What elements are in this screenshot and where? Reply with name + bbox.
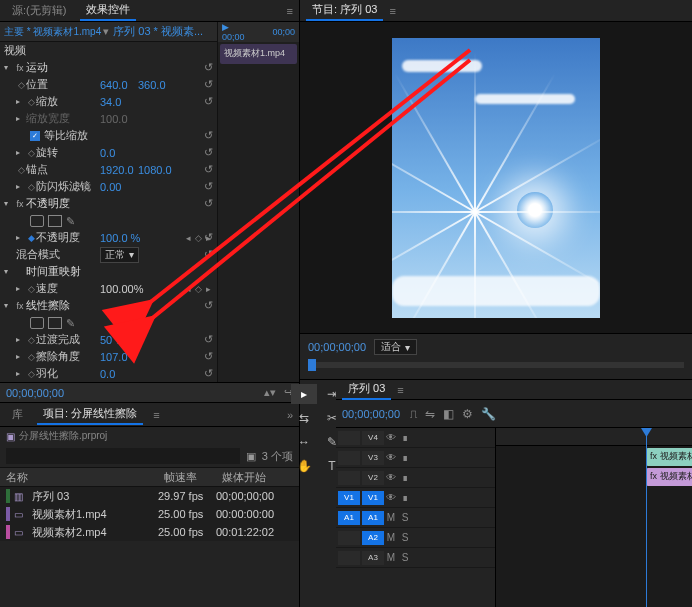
link-icon[interactable]: ⇋ bbox=[425, 407, 435, 421]
track-label[interactable]: V1 bbox=[362, 491, 384, 505]
track-src-patch[interactable]: V1 bbox=[338, 491, 360, 505]
track-header-v2[interactable]: V2 👁 ∎ bbox=[336, 468, 495, 488]
rotation-value[interactable]: 0.0 bbox=[100, 147, 115, 159]
rect-mask-icon[interactable] bbox=[48, 215, 62, 227]
mute-icon[interactable]: M bbox=[384, 552, 398, 563]
opacity-value[interactable]: 100.0 % bbox=[100, 232, 140, 244]
keyframe-stopwatch-icon[interactable]: ◇ bbox=[26, 97, 36, 107]
track-header-a1[interactable]: A1 A1 M S bbox=[336, 508, 495, 528]
lock-icon[interactable]: ∎ bbox=[398, 492, 412, 503]
reset-icon[interactable]: ↺ bbox=[204, 231, 213, 244]
blend-mode-dropdown[interactable]: 正常▾ bbox=[100, 247, 139, 263]
reset-icon[interactable]: ↺ bbox=[204, 95, 213, 108]
track-header-a2[interactable]: A2 M S bbox=[336, 528, 495, 548]
library-tab[interactable]: 库 bbox=[6, 405, 29, 424]
track-label[interactable]: V3 bbox=[362, 451, 384, 465]
reset-icon[interactable]: ↺ bbox=[204, 61, 213, 74]
mute-icon[interactable]: M bbox=[384, 532, 398, 543]
wrench-icon[interactable]: 🔧 bbox=[481, 407, 496, 421]
solo-icon[interactable]: S bbox=[398, 512, 412, 523]
fx-badge-icon[interactable]: fx bbox=[14, 199, 26, 209]
reset-icon[interactable]: ↺ bbox=[204, 367, 213, 380]
twirl-open-icon[interactable]: ▾ bbox=[4, 199, 12, 208]
tab-menu-icon[interactable]: ≡ bbox=[389, 5, 395, 17]
anchor-x-value[interactable]: 1920.0 bbox=[100, 164, 134, 176]
snap-icon[interactable]: ⎍ bbox=[410, 407, 417, 421]
solo-icon[interactable]: S bbox=[398, 532, 412, 543]
tab-menu-icon[interactable]: ≡ bbox=[287, 5, 293, 17]
fx-badge-icon[interactable]: fx bbox=[14, 63, 26, 73]
fx-badge-icon[interactable]: fx bbox=[14, 301, 26, 311]
col-name[interactable]: 名称 bbox=[0, 470, 158, 485]
current-timecode[interactable]: 00;00;00;00 bbox=[6, 387, 64, 399]
list-item[interactable]: ▭ 视频素材1.mp4 25.00 fps 00:00:00:00 bbox=[0, 505, 299, 523]
marker-icon[interactable]: ◧ bbox=[443, 407, 454, 421]
keyframe-stopwatch-icon[interactable]: ◇ bbox=[16, 165, 26, 175]
anchor-y-value[interactable]: 1080.0 bbox=[138, 164, 172, 176]
twirl-open-icon[interactable]: ▾ bbox=[4, 267, 12, 276]
rect-mask-icon[interactable] bbox=[48, 317, 62, 329]
chevron-down-icon[interactable]: ▾ bbox=[103, 25, 109, 38]
wipe-angle-value[interactable]: 107.0° bbox=[100, 351, 132, 363]
timeline-track-area[interactable]: fx 视频素材1.mp4[V] fx 视频素材2.mp4 bbox=[496, 428, 692, 607]
reset-icon[interactable]: ↺ bbox=[204, 350, 213, 363]
keyframe-stopwatch-icon[interactable]: ◇ bbox=[26, 369, 36, 379]
keyframe-stopwatch-icon[interactable]: ◇ bbox=[26, 335, 36, 345]
keyframe-stopwatch-on-icon[interactable]: ◆ bbox=[26, 233, 36, 243]
col-start[interactable]: 媒体开始 bbox=[216, 470, 299, 485]
eye-icon[interactable]: 👁 bbox=[384, 472, 398, 483]
bin-icon[interactable]: ▣ bbox=[246, 450, 256, 463]
keyframe-stopwatch-icon[interactable]: ◇ bbox=[26, 352, 36, 362]
twirl-icon[interactable]: ▸ bbox=[16, 97, 24, 106]
mini-tl-clip-bar[interactable]: 视频素材1.mp4 bbox=[220, 44, 297, 64]
list-item[interactable]: ▥ 序列 03 29.97 fps 00;00;00;00 bbox=[0, 487, 299, 505]
sequence-clip-link[interactable]: 序列 03 * 视频素... bbox=[113, 24, 203, 39]
clip-v3[interactable]: fx 视频素材1.mp4[V] bbox=[646, 448, 692, 466]
master-clip-label[interactable]: 主要 * 视频素材1.mp4 bbox=[4, 25, 101, 39]
keyframe-stopwatch-icon[interactable]: ◇ bbox=[16, 80, 26, 90]
track-header-v4[interactable]: V4 👁 ∎ bbox=[336, 428, 495, 448]
pen-mask-icon[interactable]: ✎ bbox=[66, 317, 80, 329]
track-label[interactable]: V2 bbox=[362, 471, 384, 485]
project-search-input[interactable] bbox=[6, 448, 240, 464]
ellipse-mask-icon[interactable] bbox=[30, 317, 44, 329]
tab-menu-icon[interactable]: ≡ bbox=[397, 384, 403, 396]
timeline-ruler[interactable] bbox=[496, 428, 692, 446]
reset-icon[interactable]: ↺ bbox=[204, 180, 213, 193]
solo-icon[interactable]: S bbox=[398, 552, 412, 563]
lock-icon[interactable]: ∎ bbox=[398, 452, 412, 463]
track-header-v1[interactable]: V1 V1 👁 ∎ bbox=[336, 488, 495, 508]
reset-icon[interactable]: ↺ bbox=[204, 197, 213, 210]
feather-value[interactable]: 0.0 bbox=[100, 368, 115, 380]
uniform-scale-row[interactable]: ✓ 等比缩放 ↺ bbox=[0, 127, 217, 144]
eye-icon[interactable]: 👁 bbox=[384, 432, 398, 443]
scale-value[interactable]: 34.0 bbox=[100, 96, 121, 108]
track-src-patch[interactable] bbox=[338, 451, 360, 465]
track-src-patch[interactable]: A1 bbox=[338, 511, 360, 525]
program-scrub-bar[interactable] bbox=[308, 362, 684, 368]
track-header-a3[interactable]: A3 M S bbox=[336, 548, 495, 568]
speed-value[interactable]: 100.00% bbox=[100, 283, 143, 295]
tab-menu-icon[interactable]: ≡ bbox=[153, 409, 159, 421]
keyframe-stopwatch-icon[interactable]: ◇ bbox=[26, 148, 36, 158]
track-src-patch[interactable] bbox=[338, 471, 360, 485]
eye-icon[interactable]: 👁 bbox=[384, 492, 398, 503]
opacity-effect[interactable]: ▾ fx 不透明度 ↺ bbox=[0, 195, 217, 212]
effect-controls-tab[interactable]: 效果控件 bbox=[80, 0, 136, 21]
time-remap-effect[interactable]: ▾ 时间重映射 bbox=[0, 263, 217, 280]
col-fps[interactable]: 帧速率 bbox=[158, 470, 216, 485]
motion-effect[interactable]: ▾ fx 运动 ↺ bbox=[0, 59, 217, 76]
position-y-value[interactable]: 360.0 bbox=[138, 79, 166, 91]
track-header-v3[interactable]: V3 👁 ∎ bbox=[336, 448, 495, 468]
clip-v2[interactable]: fx 视频素材2.mp4 bbox=[646, 468, 692, 486]
eye-icon[interactable]: 👁 bbox=[384, 452, 398, 463]
project-columns-header[interactable]: 名称 帧速率 媒体开始 bbox=[0, 467, 299, 487]
transition-value[interactable]: 50 % bbox=[100, 334, 125, 346]
mute-icon[interactable]: M bbox=[384, 512, 398, 523]
checkbox-checked-icon[interactable]: ✓ bbox=[30, 131, 40, 141]
track-label[interactable]: V4 bbox=[362, 431, 384, 445]
program-playhead[interactable] bbox=[308, 359, 316, 371]
sequence-tab[interactable]: 序列 03 bbox=[342, 379, 391, 400]
keyframe-stopwatch-icon[interactable]: ◇ bbox=[26, 182, 36, 192]
fit-dropdown[interactable]: 适合▾ bbox=[374, 339, 417, 355]
